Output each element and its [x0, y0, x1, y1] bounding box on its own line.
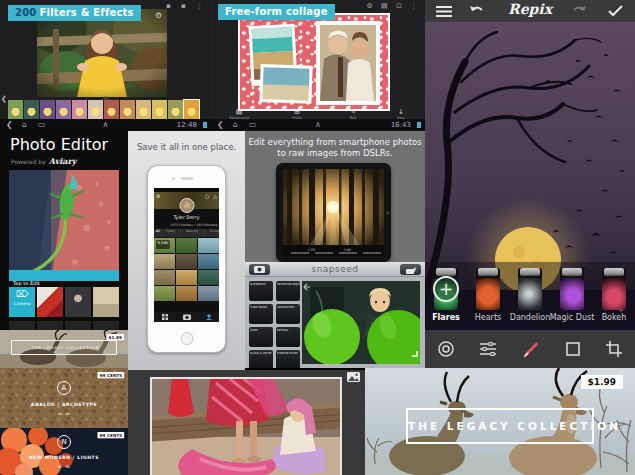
- grid-photo[interactable]: [198, 238, 219, 253]
- tool-tile[interactable]: SELECTIVE ADJUST: [276, 281, 300, 301]
- crop-tool-icon[interactable]: [605, 340, 623, 358]
- filter-thumb[interactable]: [120, 100, 135, 119]
- home-icon[interactable]: ⌂: [22, 119, 27, 131]
- brush-bokeh[interactable]: Bokeh: [594, 268, 634, 328]
- filter-thumb[interactable]: [88, 100, 103, 119]
- filter-thumb[interactable]: [104, 100, 119, 119]
- dress-photo[interactable]: [150, 377, 342, 475]
- grid-photo[interactable]: [154, 270, 175, 285]
- overflow-menu-icon[interactable]: ▪ ▪ ⋮: [166, 2, 207, 10]
- share-button[interactable]: [400, 264, 421, 275]
- profile-tab-icon[interactable]: [206, 314, 212, 320]
- confirm-check-icon[interactable]: [608, 5, 623, 17]
- grid-photo[interactable]: [176, 286, 197, 301]
- filter-thumb[interactable]: [72, 100, 87, 119]
- tap-to-edit-bar[interactable]: Tap to Edit: [9, 270, 119, 281]
- recents-icon[interactable]: ▭: [38, 119, 46, 131]
- brush-hearts[interactable]: Hearts: [468, 268, 508, 328]
- tool-tile[interactable]: BLACK & WHITE: [249, 350, 273, 368]
- back-icon[interactable]: ❮: [217, 119, 224, 131]
- tab-all[interactable]: All: [154, 229, 162, 237]
- redo-icon[interactable]: [571, 4, 587, 18]
- panel-filters-app: 200Filters & Effects ▪ ▪ ⋮ ⚙ ❮: [0, 0, 211, 131]
- grid-photo[interactable]: [176, 238, 197, 253]
- grid-photo[interactable]: [154, 254, 175, 269]
- balloons-photo[interactable]: [302, 281, 420, 364]
- gallery-thumb[interactable]: [93, 287, 119, 317]
- edit-sliders[interactable]: +20 +40: [283, 245, 384, 256]
- gallery-row: ⌦ Camera: [9, 287, 119, 317]
- gear-icon[interactable]: ⚙: [155, 11, 162, 20]
- brush-tool-icon[interactable]: [522, 340, 540, 358]
- dress-photo-art: [152, 379, 340, 475]
- collage-canvas[interactable]: [238, 13, 390, 111]
- tab-albums[interactable]: Albums: [181, 229, 204, 237]
- filter-thumb-selected[interactable]: [184, 100, 199, 119]
- tab-public[interactable]: Public: [162, 229, 181, 237]
- tool-tile[interactable]: VINTAGE FILMS: [276, 350, 300, 368]
- tool-tile[interactable]: TUNE IMAGE: [249, 304, 273, 324]
- add-brush-icon[interactable]: +: [433, 276, 459, 302]
- repix-toolbar: [425, 330, 635, 368]
- avatar[interactable]: [179, 198, 194, 213]
- price-badge: $1.99: [581, 375, 623, 389]
- filter-thumb[interactable]: [152, 100, 167, 119]
- clock: 12:48: [177, 119, 197, 131]
- back-icon[interactable]: ❮: [6, 119, 13, 131]
- repix-header: Repix: [425, 0, 635, 22]
- tool-tile[interactable]: DETAILS: [276, 327, 300, 347]
- grid-photo[interactable]: [198, 254, 219, 269]
- store-item-modern[interactable]: 99 CENTS N NEW MODERN / LIGHTS N4 - N6: [0, 428, 128, 475]
- menu-caret-icon[interactable]: ∧: [315, 119, 321, 131]
- home-button[interactable]: [180, 332, 193, 345]
- grid-photo[interactable]: [176, 254, 197, 269]
- pack-title: NEW MODERN / LIGHTS: [16, 455, 112, 460]
- lizard-photo[interactable]: [9, 170, 119, 281]
- profile-stats: 1473 Followers • 202 Following: [170, 223, 203, 227]
- grid-photo[interactable]: [198, 270, 219, 285]
- edit-button[interactable]: ✎ Edit: [156, 240, 170, 249]
- gallery-thumb[interactable]: [9, 321, 35, 330]
- filter-thumb[interactable]: [56, 100, 71, 119]
- home-icon[interactable]: ⌂: [233, 119, 238, 131]
- store-item-analog[interactable]: 99 CENTS A ANALOG / ARCHETYPE A4 - A6: [0, 368, 128, 428]
- recents-icon[interactable]: ▭: [249, 119, 257, 131]
- menu-caret-icon[interactable]: ∧: [103, 119, 109, 131]
- frame-tool-icon[interactable]: [564, 340, 582, 358]
- tab-groups[interactable]: Groups: [205, 229, 219, 237]
- tool-tile[interactable]: AUTOMATIC: [249, 281, 273, 301]
- brush-magic-dust[interactable]: Magic Dust: [552, 268, 592, 328]
- gallery-thumb[interactable]: [65, 287, 91, 317]
- grid-photo[interactable]: [176, 270, 197, 285]
- adjustments-tool-icon[interactable]: [478, 340, 498, 358]
- image-thumbnail-icon[interactable]: [347, 372, 360, 382]
- brush-dandelion[interactable]: Dandelion: [510, 268, 550, 328]
- camera-tab-icon[interactable]: [183, 314, 191, 320]
- vignette-tool-icon[interactable]: [437, 340, 455, 358]
- gallery-thumb[interactable]: [65, 321, 91, 330]
- notifications-bell-icon[interactable]: △: [213, 194, 217, 199]
- store-item-legacy[interactable]: $1.99 THE LEGACY COLLECTION: [0, 330, 128, 368]
- tool-tile[interactable]: STRAIGHTEN: [276, 304, 300, 324]
- grid-photo[interactable]: [198, 286, 219, 301]
- brush-flares[interactable]: + Flares: [426, 268, 466, 328]
- filter-thumb[interactable]: [40, 100, 55, 119]
- tool-tile[interactable]: CROP: [249, 327, 273, 347]
- filter-thumb[interactable]: [24, 100, 39, 119]
- filter-thumb[interactable]: [8, 100, 23, 119]
- filter-strip: [8, 100, 199, 119]
- photos-tab-icon[interactable]: [162, 314, 168, 320]
- gallery-thumb[interactable]: [37, 321, 63, 330]
- gallery-thumb[interactable]: [37, 287, 63, 317]
- settings-gear-icon[interactable]: ⚙: [156, 194, 160, 199]
- grid-photo[interactable]: [154, 286, 175, 301]
- camera-icon: ⌦: [9, 287, 35, 301]
- gallery-thumb[interactable]: [93, 321, 119, 330]
- actionbar-icons[interactable]: ⚙ ▤ ⊡ ⋮: [367, 2, 420, 10]
- search-icon[interactable]: ○: [205, 194, 209, 199]
- filter-thumb[interactable]: [168, 100, 183, 119]
- panel-photo-viewer: [128, 370, 365, 475]
- drawer-handle-icon[interactable]: ❮: [1, 95, 7, 103]
- camera-tile[interactable]: ⌦ Camera: [9, 287, 35, 317]
- filter-thumb[interactable]: [136, 100, 151, 119]
